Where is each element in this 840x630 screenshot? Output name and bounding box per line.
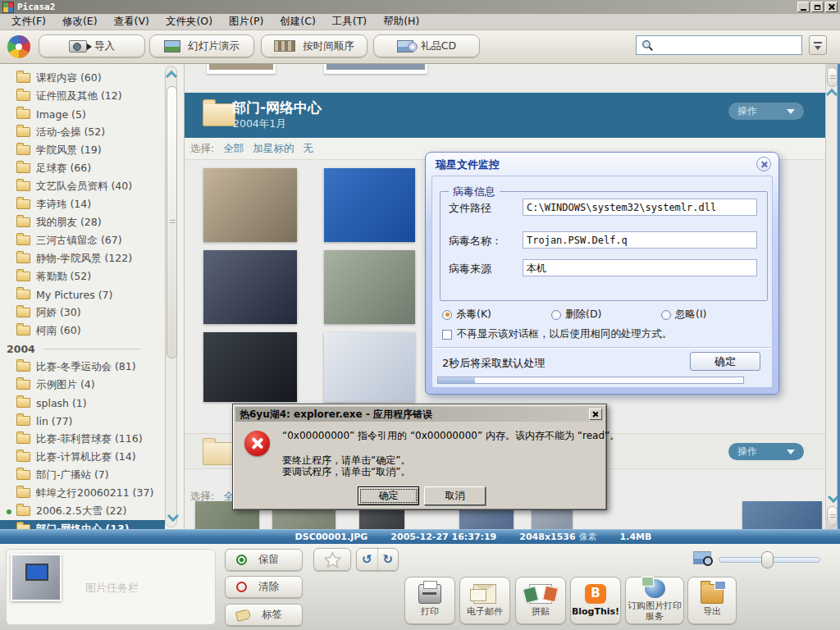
scroll-up-icon[interactable]	[825, 89, 837, 100]
photo-thumbnail-2[interactable]	[324, 168, 415, 242]
selection-option-0[interactable]: 全部	[223, 142, 244, 156]
slideshow-button[interactable]: 幻灯片演示	[149, 34, 254, 57]
album-actions-button[interactable]: 操作	[728, 103, 804, 120]
sidebar-folder-item[interactable]: 三河古镇留念 (67)	[0, 231, 164, 249]
album2-actions-label: 操作	[737, 445, 757, 459]
print-button[interactable]: 打印	[404, 577, 455, 624]
sidebar-folder-item[interactable]: My Pictures (7)	[0, 285, 164, 304]
search-options-button[interactable]	[809, 35, 827, 55]
sidebar-folder-item[interactable]: 比赛-冬季运动会 (81)	[0, 358, 164, 376]
countdown-progressbar	[437, 377, 744, 384]
main-scroll-thumb[interactable]	[827, 67, 838, 87]
folder-icon	[16, 470, 30, 480]
photo-thumbnail-3[interactable]	[203, 250, 297, 324]
folder-icon	[16, 127, 30, 137]
sidebar-scroll-thumb[interactable]	[167, 86, 177, 358]
photo-thumbnail-6[interactable]	[324, 332, 415, 402]
selection-option-1[interactable]: 加星标的	[253, 142, 294, 156]
order-prints-button[interactable]: 订购图片打印服务	[625, 577, 684, 624]
menu-item-2[interactable]: 查看(V)	[106, 13, 158, 30]
error-close-button[interactable]	[589, 409, 602, 420]
sidebar-folder-item[interactable]: 学院风景 (19)	[0, 141, 164, 159]
menu-item-1[interactable]: 修改(E)	[54, 13, 106, 30]
sidebar-folder-item[interactable]: 活动-会操 (52)	[0, 123, 164, 141]
checkbox-icon[interactable]	[442, 330, 452, 340]
virus-field-value[interactable]: C:\WINDOWS\system32\systemlr.dll	[523, 199, 757, 216]
rotate-cw-button[interactable]: ↻	[378, 549, 399, 570]
tray-photo-thumbnail[interactable]	[11, 554, 62, 601]
error-cancel-button[interactable]: 取消	[424, 486, 486, 505]
radio-option-1[interactable]: 删除(D)	[551, 308, 601, 322]
dont-show-again-option[interactable]: 不再显示该对话框，以后使用相同的处理方式。	[442, 327, 673, 341]
star-button[interactable]	[313, 548, 351, 571]
sidebar-folder-item[interactable]: 课程内容 (60)	[0, 69, 164, 87]
selection-option-2[interactable]: 无	[303, 142, 313, 156]
scroll-down-icon[interactable]	[167, 510, 179, 522]
radio-option-2[interactable]: 忽略(I)	[661, 308, 706, 322]
sidebar-scrollbar[interactable]	[165, 66, 177, 527]
photo-thumbnail-partial[interactable]	[207, 64, 276, 74]
virus-field-value[interactable]: Trojan.PSW.Delf.q	[523, 231, 757, 249]
album-header: 部门-网络中心 2004年1月 操作	[185, 93, 825, 138]
sidebar-folder-item[interactable]: 蚌埠之行20060211 (37)	[0, 484, 164, 502]
sidebar-folder-item[interactable]: Image (5)	[0, 105, 164, 123]
error-ok-button[interactable]: 确定	[358, 486, 419, 505]
rising-ok-button[interactable]: 确定	[690, 352, 760, 371]
sidebar-folder-item[interactable]: 我的朋友 (28)	[0, 213, 164, 231]
rotate-ccw-button[interactable]: ↺	[357, 549, 378, 570]
search-input[interactable]	[657, 37, 801, 53]
virus-field-value[interactable]: 本机	[523, 259, 757, 276]
sidebar-folder-item[interactable]: 蒋勤勤 (52)	[0, 267, 164, 285]
photo-thumbnail-partial[interactable]	[324, 64, 427, 74]
sidebar-folder-item[interactable]: 证件照及其他 (12)	[0, 87, 164, 105]
radio-icon	[661, 310, 671, 320]
email-button[interactable]: 电子邮件	[459, 577, 510, 624]
sidebar-folder-item[interactable]: 部门-广播站 (7)	[0, 466, 164, 484]
sidebar-folder-item[interactable]: lin (77)	[0, 412, 164, 430]
main-scroll-thumb-end[interactable]	[827, 506, 838, 526]
keep-button[interactable]: 保留	[225, 549, 303, 571]
zoom-slider-thumb[interactable]	[761, 551, 774, 568]
menu-item-6[interactable]: 工具(T)	[324, 13, 375, 30]
menu-item-7[interactable]: 帮助(H)	[375, 13, 427, 30]
sidebar-folder-item[interactable]: 阿娇 (30)	[0, 304, 164, 322]
clear-button[interactable]: 清除	[225, 576, 303, 598]
rising-close-button[interactable]	[756, 157, 771, 171]
sidebar-folder-item[interactable]: 2006.2.5大雪 (22)	[0, 502, 164, 520]
gift-cd-button[interactable]: 礼品CD	[373, 34, 480, 57]
album2-actions-button[interactable]: 操作	[728, 443, 804, 460]
sidebar-folder-item[interactable]: 静物-学院风景 (122)	[0, 249, 164, 267]
sidebar-folder-item[interactable]: 李诗玮 (14)	[0, 195, 164, 213]
radio-option-0[interactable]: 杀毒(K)	[442, 308, 491, 322]
sidebar-folder-item[interactable]: 足球赛 (66)	[0, 159, 164, 177]
collage-button[interactable]: 拼贴	[515, 577, 566, 624]
menu-item-4[interactable]: 图片(P)	[221, 13, 272, 30]
close-button[interactable]	[825, 2, 838, 12]
zoom-picture-icon	[693, 551, 711, 564]
timeline-button[interactable]: 按时间顺序	[261, 34, 368, 57]
sidebar-folder-item[interactable]: 柯南 (60)	[0, 322, 164, 340]
menu-item-5[interactable]: 创建(C)	[272, 13, 323, 30]
minimize-button[interactable]	[797, 2, 810, 12]
photo-thumbnail-4[interactable]	[324, 250, 415, 324]
main-scrollbar[interactable]	[825, 66, 838, 527]
export-button[interactable]: 导出	[687, 577, 737, 624]
photo-thumbnail-1[interactable]	[203, 168, 297, 242]
sidebar-folder-item[interactable]: 文艺队会员资料 (40)	[0, 177, 164, 195]
sidebar-folder-item[interactable]: 部门-网络中心 (13)	[0, 520, 165, 529]
photo-thumbnail-5[interactable]	[203, 332, 297, 402]
tag-button[interactable]: 标签	[225, 604, 303, 626]
maximize-button[interactable]	[811, 2, 824, 12]
blogthis-button[interactable]: BBlogThis!	[570, 577, 621, 624]
album-folder-icon	[203, 442, 235, 465]
photo-thumbnail-partial[interactable]	[742, 501, 822, 529]
scroll-up-icon[interactable]	[165, 71, 176, 82]
sidebar-folder-item[interactable]: 比赛-菲利普球赛 (116)	[0, 430, 164, 448]
menu-item-3[interactable]: 文件夹(O)	[158, 13, 221, 30]
title-bar: Picasa2	[0, 0, 840, 14]
menu-item-0[interactable]: 文件(F)	[3, 13, 54, 30]
sidebar-folder-item[interactable]: 示例图片 (4)	[0, 376, 164, 394]
import-button[interactable]: 导入	[39, 34, 145, 57]
sidebar-folder-item[interactable]: splash (1)	[0, 394, 164, 412]
sidebar-folder-item[interactable]: 比赛-计算机比赛 (14)	[0, 448, 164, 466]
